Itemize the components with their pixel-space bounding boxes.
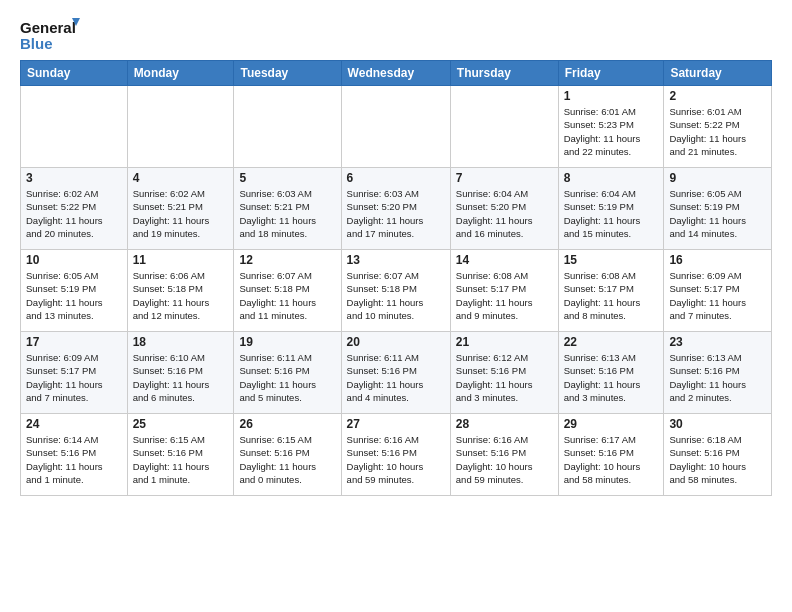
day-info: Sunrise: 6:10 AM Sunset: 5:16 PM Dayligh… [133,351,229,404]
calendar-cell [341,86,450,168]
day-info: Sunrise: 6:05 AM Sunset: 5:19 PM Dayligh… [669,187,766,240]
day-info: Sunrise: 6:02 AM Sunset: 5:22 PM Dayligh… [26,187,122,240]
weekday-tuesday: Tuesday [234,61,341,86]
calendar-cell: 4Sunrise: 6:02 AM Sunset: 5:21 PM Daylig… [127,168,234,250]
day-info: Sunrise: 6:13 AM Sunset: 5:16 PM Dayligh… [564,351,659,404]
day-info: Sunrise: 6:13 AM Sunset: 5:16 PM Dayligh… [669,351,766,404]
calendar-cell: 8Sunrise: 6:04 AM Sunset: 5:19 PM Daylig… [558,168,664,250]
day-info: Sunrise: 6:07 AM Sunset: 5:18 PM Dayligh… [239,269,335,322]
weekday-wednesday: Wednesday [341,61,450,86]
day-number: 29 [564,417,659,431]
weekday-header-row: SundayMondayTuesdayWednesdayThursdayFrid… [21,61,772,86]
calendar-cell: 25Sunrise: 6:15 AM Sunset: 5:16 PM Dayli… [127,414,234,496]
day-info: Sunrise: 6:18 AM Sunset: 5:16 PM Dayligh… [669,433,766,486]
calendar-cell: 29Sunrise: 6:17 AM Sunset: 5:16 PM Dayli… [558,414,664,496]
day-number: 5 [239,171,335,185]
calendar-cell: 16Sunrise: 6:09 AM Sunset: 5:17 PM Dayli… [664,250,772,332]
calendar-cell: 14Sunrise: 6:08 AM Sunset: 5:17 PM Dayli… [450,250,558,332]
calendar-cell: 24Sunrise: 6:14 AM Sunset: 5:16 PM Dayli… [21,414,128,496]
calendar-cell: 20Sunrise: 6:11 AM Sunset: 5:16 PM Dayli… [341,332,450,414]
day-number: 3 [26,171,122,185]
calendar-cell: 5Sunrise: 6:03 AM Sunset: 5:21 PM Daylig… [234,168,341,250]
day-number: 20 [347,335,445,349]
calendar-cell: 1Sunrise: 6:01 AM Sunset: 5:23 PM Daylig… [558,86,664,168]
calendar: SundayMondayTuesdayWednesdayThursdayFrid… [20,60,772,496]
day-info: Sunrise: 6:03 AM Sunset: 5:20 PM Dayligh… [347,187,445,240]
day-number: 19 [239,335,335,349]
day-number: 24 [26,417,122,431]
calendar-cell: 28Sunrise: 6:16 AM Sunset: 5:16 PM Dayli… [450,414,558,496]
day-number: 1 [564,89,659,103]
day-number: 16 [669,253,766,267]
day-info: Sunrise: 6:16 AM Sunset: 5:16 PM Dayligh… [456,433,553,486]
day-info: Sunrise: 6:03 AM Sunset: 5:21 PM Dayligh… [239,187,335,240]
calendar-cell: 22Sunrise: 6:13 AM Sunset: 5:16 PM Dayli… [558,332,664,414]
week-row-1: 1Sunrise: 6:01 AM Sunset: 5:23 PM Daylig… [21,86,772,168]
calendar-cell: 12Sunrise: 6:07 AM Sunset: 5:18 PM Dayli… [234,250,341,332]
calendar-cell: 26Sunrise: 6:15 AM Sunset: 5:16 PM Dayli… [234,414,341,496]
svg-text:Blue: Blue [20,35,53,52]
day-number: 22 [564,335,659,349]
week-row-5: 24Sunrise: 6:14 AM Sunset: 5:16 PM Dayli… [21,414,772,496]
day-number: 13 [347,253,445,267]
day-number: 10 [26,253,122,267]
header: General Blue [20,16,772,54]
calendar-cell: 21Sunrise: 6:12 AM Sunset: 5:16 PM Dayli… [450,332,558,414]
calendar-cell: 15Sunrise: 6:08 AM Sunset: 5:17 PM Dayli… [558,250,664,332]
calendar-cell: 13Sunrise: 6:07 AM Sunset: 5:18 PM Dayli… [341,250,450,332]
page: General Blue SundayMondayTuesdayWednesda… [0,0,792,506]
week-row-3: 10Sunrise: 6:05 AM Sunset: 5:19 PM Dayli… [21,250,772,332]
day-info: Sunrise: 6:06 AM Sunset: 5:18 PM Dayligh… [133,269,229,322]
day-number: 6 [347,171,445,185]
day-info: Sunrise: 6:16 AM Sunset: 5:16 PM Dayligh… [347,433,445,486]
day-number: 15 [564,253,659,267]
calendar-cell [450,86,558,168]
weekday-monday: Monday [127,61,234,86]
calendar-cell: 7Sunrise: 6:04 AM Sunset: 5:20 PM Daylig… [450,168,558,250]
weekday-sunday: Sunday [21,61,128,86]
day-number: 7 [456,171,553,185]
day-info: Sunrise: 6:11 AM Sunset: 5:16 PM Dayligh… [347,351,445,404]
day-info: Sunrise: 6:15 AM Sunset: 5:16 PM Dayligh… [133,433,229,486]
weekday-thursday: Thursday [450,61,558,86]
day-number: 12 [239,253,335,267]
day-info: Sunrise: 6:08 AM Sunset: 5:17 PM Dayligh… [564,269,659,322]
calendar-cell: 27Sunrise: 6:16 AM Sunset: 5:16 PM Dayli… [341,414,450,496]
weekday-friday: Friday [558,61,664,86]
calendar-cell: 23Sunrise: 6:13 AM Sunset: 5:16 PM Dayli… [664,332,772,414]
day-number: 2 [669,89,766,103]
calendar-cell: 30Sunrise: 6:18 AM Sunset: 5:16 PM Dayli… [664,414,772,496]
calendar-cell: 6Sunrise: 6:03 AM Sunset: 5:20 PM Daylig… [341,168,450,250]
calendar-cell: 17Sunrise: 6:09 AM Sunset: 5:17 PM Dayli… [21,332,128,414]
day-number: 25 [133,417,229,431]
day-number: 23 [669,335,766,349]
logo: General Blue [20,16,80,54]
day-number: 8 [564,171,659,185]
day-number: 27 [347,417,445,431]
day-number: 30 [669,417,766,431]
week-row-4: 17Sunrise: 6:09 AM Sunset: 5:17 PM Dayli… [21,332,772,414]
calendar-cell: 2Sunrise: 6:01 AM Sunset: 5:22 PM Daylig… [664,86,772,168]
day-info: Sunrise: 6:01 AM Sunset: 5:23 PM Dayligh… [564,105,659,158]
svg-text:General: General [20,19,76,36]
logo-svg: General Blue [20,16,80,54]
day-info: Sunrise: 6:07 AM Sunset: 5:18 PM Dayligh… [347,269,445,322]
day-number: 28 [456,417,553,431]
calendar-cell [21,86,128,168]
calendar-cell: 19Sunrise: 6:11 AM Sunset: 5:16 PM Dayli… [234,332,341,414]
day-info: Sunrise: 6:09 AM Sunset: 5:17 PM Dayligh… [669,269,766,322]
weekday-saturday: Saturday [664,61,772,86]
day-number: 17 [26,335,122,349]
calendar-cell: 10Sunrise: 6:05 AM Sunset: 5:19 PM Dayli… [21,250,128,332]
day-info: Sunrise: 6:02 AM Sunset: 5:21 PM Dayligh… [133,187,229,240]
calendar-cell: 9Sunrise: 6:05 AM Sunset: 5:19 PM Daylig… [664,168,772,250]
day-info: Sunrise: 6:11 AM Sunset: 5:16 PM Dayligh… [239,351,335,404]
day-number: 9 [669,171,766,185]
day-info: Sunrise: 6:17 AM Sunset: 5:16 PM Dayligh… [564,433,659,486]
day-info: Sunrise: 6:04 AM Sunset: 5:19 PM Dayligh… [564,187,659,240]
day-number: 11 [133,253,229,267]
day-number: 4 [133,171,229,185]
day-info: Sunrise: 6:14 AM Sunset: 5:16 PM Dayligh… [26,433,122,486]
day-info: Sunrise: 6:12 AM Sunset: 5:16 PM Dayligh… [456,351,553,404]
calendar-cell: 11Sunrise: 6:06 AM Sunset: 5:18 PM Dayli… [127,250,234,332]
